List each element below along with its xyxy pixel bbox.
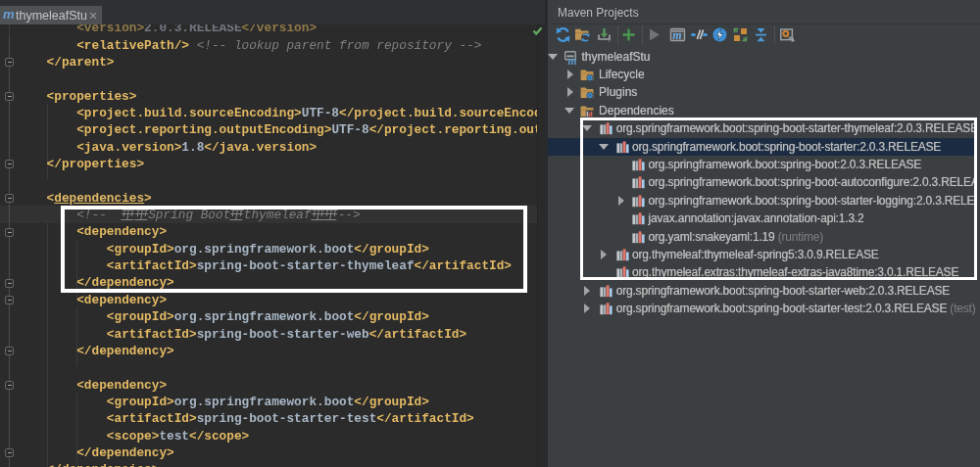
svg-text:m: m bbox=[567, 55, 576, 66]
svg-text:m: m bbox=[672, 28, 681, 42]
